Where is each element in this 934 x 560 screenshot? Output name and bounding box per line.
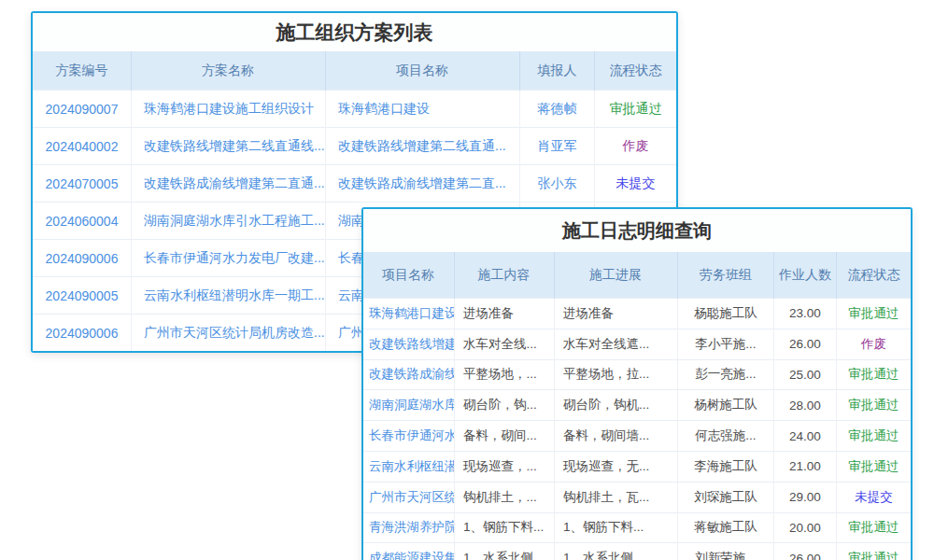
- work-content-cell: 进场准备: [455, 299, 555, 329]
- submitter-cell[interactable]: 肖亚军: [520, 128, 595, 165]
- submitter-cell[interactable]: 蒋德帧: [520, 91, 595, 128]
- labor-team-cell: 李海施工队: [678, 451, 774, 482]
- plan-list-table-header: 方案编号方案名称项目名称填报人流程状态: [33, 51, 676, 91]
- worker-count-cell: 26.00: [774, 543, 837, 560]
- project-name-cell[interactable]: 改建铁路成渝线增建第二直...: [326, 165, 520, 203]
- labor-team-cell: 何志强施...: [678, 421, 774, 452]
- column-header: 项目名称: [326, 51, 520, 91]
- table-row: 改建铁路成渝线增建第二直通平整场地，...平整场地，拉...彭一亮施...25.…: [363, 359, 911, 390]
- project-name-cell[interactable]: 珠海鹤港口建设: [326, 91, 520, 128]
- plan-list-title: 施工组织方案列表: [33, 13, 676, 51]
- status-cell: 未提交: [837, 482, 912, 512]
- table-row: 成都能源建设集团项目1、水系北侧...1、水系北侧...刘新荣施...26.00…: [363, 543, 911, 560]
- plan-number-cell[interactable]: 2024090006: [33, 240, 132, 277]
- labor-team-cell: 蒋敏施工队: [678, 512, 774, 543]
- project-name-cell[interactable]: 改建铁路成渝线增建第二直通: [363, 359, 455, 390]
- work-progress-cell: 平整场地，拉...: [555, 359, 678, 390]
- status-cell: 审批通过: [837, 512, 912, 543]
- worker-count-cell: 24.00: [774, 421, 837, 452]
- plan-name-cell[interactable]: 湖南洞庭湖水库引水工程施工...: [132, 203, 326, 240]
- labor-team-cell: 刘新荣施...: [678, 543, 774, 560]
- table-row: 广州市天河区统计局机房改造钩机排土，...钩机排土，瓦...刘琛施工队29.00…: [363, 482, 911, 512]
- column-header: 施工内容: [455, 252, 555, 299]
- work-content-cell: 1、钢筋下料...: [455, 512, 555, 543]
- worker-count-cell: 25.00: [774, 359, 837, 390]
- column-header: 施工进展: [555, 252, 678, 299]
- status-cell: 审批通过: [837, 390, 912, 421]
- work-progress-cell: 1、水系北侧...: [555, 543, 678, 560]
- work-content-cell: 备料，砌间...: [455, 421, 555, 452]
- work-content-cell: 钩机排土，...: [455, 482, 555, 512]
- plan-number-cell[interactable]: 2024090006: [33, 315, 132, 352]
- worker-count-cell: 23.00: [774, 299, 837, 329]
- work-progress-cell: 砌台阶，钩机...: [555, 390, 678, 421]
- work-content-cell: 现场巡查，...: [455, 451, 555, 482]
- submitter-cell[interactable]: 张小东: [520, 165, 595, 203]
- table-row: 改建铁路线增建第二线直通线水车对全线...水车对全线遮...李小平施...26.…: [363, 329, 911, 359]
- labor-team-cell: 杨聪施工队: [678, 299, 774, 329]
- plan-number-cell[interactable]: 2024090005: [33, 277, 132, 315]
- table-row: 长春市伊通河水力发电厂改建备料，砌间...备料，砌间墙...何志强施...24.…: [363, 421, 911, 452]
- worker-count-cell: 21.00: [774, 451, 837, 482]
- log-query-table: 项目名称施工内容施工进展劳务班组作业人数流程状态 珠海鹤港口建设进场准备进场准备…: [363, 252, 911, 560]
- work-content-cell: 砌台阶，钩...: [455, 390, 555, 421]
- status-cell: 审批通过: [837, 421, 912, 452]
- table-row: 湖南洞庭湖水库引水工程施工砌台阶，钩...砌台阶，钩机...杨树施工队28.00…: [363, 390, 911, 421]
- worker-count-cell: 20.00: [774, 512, 837, 543]
- work-content-cell: 1、水系北侧...: [455, 543, 555, 560]
- column-header: 填报人: [520, 51, 595, 91]
- work-progress-cell: 1、钢筋下料...: [555, 512, 678, 543]
- status-cell: 未提交: [595, 165, 677, 203]
- worker-count-cell: 29.00: [774, 482, 837, 512]
- plan-name-cell[interactable]: 广州市天河区统计局机房改造...: [132, 315, 326, 352]
- labor-team-cell: 刘琛施工队: [678, 482, 774, 512]
- plan-number-cell[interactable]: 2024040002: [33, 128, 132, 165]
- project-name-cell[interactable]: 珠海鹤港口建设: [363, 299, 455, 329]
- project-name-cell[interactable]: 广州市天河区统计局机房改造: [363, 482, 455, 512]
- work-progress-cell: 备料，砌间墙...: [555, 421, 678, 452]
- column-header: 作业人数: [774, 252, 837, 299]
- log-query-panel: 施工日志明细查询 项目名称施工内容施工进展劳务班组作业人数流程状态 珠海鹤港口建…: [361, 207, 913, 560]
- column-header: 流程状态: [595, 51, 677, 91]
- work-progress-cell: 进场准备: [555, 299, 678, 329]
- plan-number-cell[interactable]: 2024090007: [33, 91, 132, 128]
- status-cell: 审批通过: [595, 91, 677, 128]
- status-cell: 作废: [837, 329, 912, 359]
- table-row: 2024070005改建铁路成渝线增建第二直通...改建铁路成渝线增建第二直..…: [33, 165, 676, 203]
- status-cell: 审批通过: [837, 359, 912, 390]
- project-name-cell[interactable]: 成都能源建设集团项目: [363, 543, 455, 560]
- worker-count-cell: 26.00: [774, 329, 837, 359]
- plan-name-cell[interactable]: 改建铁路成渝线增建第二直通...: [132, 165, 326, 203]
- plan-number-cell[interactable]: 2024060004: [33, 203, 132, 240]
- log-query-title: 施工日志明细查询: [363, 209, 911, 252]
- project-name-cell[interactable]: 长春市伊通河水力发电厂改建: [363, 421, 455, 452]
- project-name-cell[interactable]: 改建铁路线增建第二线直通...: [326, 128, 520, 165]
- work-content-cell: 平整场地，...: [455, 359, 555, 390]
- plan-name-cell[interactable]: 珠海鹤港口建设施工组织设计: [132, 91, 326, 128]
- table-row: 青海洪湖养护院项目1、钢筋下料...1、钢筋下料...蒋敏施工队20.00审批通…: [363, 512, 911, 543]
- column-header: 劳务班组: [678, 252, 774, 299]
- table-row: 珠海鹤港口建设进场准备进场准备杨聪施工队23.00审批通过: [363, 299, 911, 329]
- plan-number-cell[interactable]: 2024070005: [33, 165, 132, 203]
- plan-name-cell[interactable]: 长春市伊通河水力发电厂改建...: [132, 240, 326, 277]
- project-name-cell[interactable]: 改建铁路线增建第二线直通线: [363, 329, 455, 359]
- project-name-cell[interactable]: 湖南洞庭湖水库引水工程施工: [363, 390, 455, 421]
- table-row: 2024090007珠海鹤港口建设施工组织设计珠海鹤港口建设蒋德帧审批通过: [33, 91, 676, 128]
- column-header: 方案编号: [33, 51, 132, 91]
- column-header: 流程状态: [837, 252, 912, 299]
- table-row: 2024040002改建铁路线增建第二线直通线...改建铁路线增建第二线直通..…: [33, 128, 676, 165]
- worker-count-cell: 28.00: [774, 390, 837, 421]
- column-header: 方案名称: [132, 51, 326, 91]
- project-name-cell[interactable]: 青海洪湖养护院项目: [363, 512, 455, 543]
- work-content-cell: 水车对全线...: [455, 329, 555, 359]
- plan-name-cell[interactable]: 改建铁路线增建第二线直通线...: [132, 128, 326, 165]
- work-progress-cell: 钩机排土，瓦...: [555, 482, 678, 512]
- status-cell: 审批通过: [837, 451, 912, 482]
- labor-team-cell: 李小平施...: [678, 329, 774, 359]
- plan-name-cell[interactable]: 云南水利枢纽潜明水库一期工...: [132, 277, 326, 315]
- log-query-table-header: 项目名称施工内容施工进展劳务班组作业人数流程状态: [363, 252, 911, 299]
- table-row: 云南水利枢纽潜明水库一期工现场巡查，...现场巡查，无...李海施工队21.00…: [363, 451, 911, 482]
- project-name-cell[interactable]: 云南水利枢纽潜明水库一期工: [363, 451, 455, 482]
- work-progress-cell: 现场巡查，无...: [555, 451, 678, 482]
- status-cell: 审批通过: [837, 543, 912, 560]
